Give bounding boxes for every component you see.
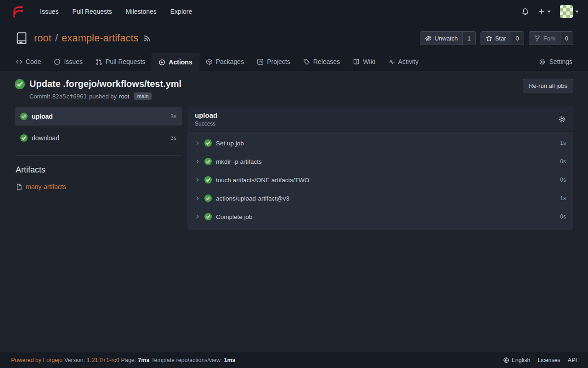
success-check-icon	[204, 176, 212, 184]
play-circle-icon	[158, 59, 165, 66]
success-check-icon	[204, 195, 212, 202]
job-name: upload	[32, 113, 53, 120]
tab-projects[interactable]: Projects	[250, 52, 297, 71]
nav-link-explore[interactable]: Explore	[164, 0, 199, 23]
step-duration: 0s	[560, 213, 566, 220]
step-row-touch[interactable]: touch artifacts/ONE artifacts/TWO 0s	[187, 171, 573, 189]
step-label: mkdir -p artifacts	[216, 158, 262, 165]
issue-circle-icon	[54, 58, 61, 65]
success-check-icon	[204, 139, 212, 147]
job-name: download	[32, 134, 59, 142]
commit-author-link[interactable]: root	[119, 93, 129, 100]
package-icon	[206, 58, 213, 65]
step-row-upload-artifact[interactable]: actions/upload-artifact@v3 1s	[187, 189, 573, 207]
notifications-bell-icon[interactable]	[521, 8, 529, 16]
repo-name-link[interactable]: example-artifacts	[62, 32, 139, 44]
branch-badge[interactable]: main	[134, 92, 152, 100]
licenses-link[interactable]: Licenses	[538, 357, 560, 363]
breadcrumb-separator: /	[55, 32, 58, 44]
create-new-menu[interactable]	[538, 8, 551, 15]
version-link[interactable]: 1.21.0+1-rc0	[87, 357, 119, 363]
user-avatar	[560, 5, 573, 18]
pulse-icon	[388, 58, 395, 65]
forgejo-logo-icon[interactable]	[11, 5, 25, 18]
tab-actions[interactable]: Actions	[152, 53, 199, 71]
rss-icon[interactable]	[143, 34, 151, 42]
api-link[interactable]: API	[568, 357, 577, 363]
tab-pull-requests[interactable]: Pull Requests	[89, 52, 152, 71]
job-item-upload[interactable]: upload 3s	[15, 107, 182, 126]
plus-icon	[538, 8, 545, 15]
pull-request-icon	[96, 58, 102, 65]
tab-packages[interactable]: Packages	[199, 52, 250, 71]
chevron-right-icon	[195, 140, 200, 146]
star-count[interactable]: 0	[511, 31, 524, 45]
star-button[interactable]: Star	[481, 31, 511, 45]
tab-settings[interactable]: Settings	[532, 52, 579, 71]
fork-count[interactable]: 0	[560, 31, 573, 45]
rerun-all-jobs-button[interactable]: Re-run all jobs	[523, 79, 573, 92]
job-item-download[interactable]: download 3s	[15, 129, 182, 147]
code-icon	[16, 58, 23, 65]
project-board-icon	[257, 58, 264, 65]
navbar-links: Issues Pull Requests Milestones Explore	[33, 0, 199, 23]
version-label: Version:	[64, 357, 85, 363]
step-label: Complete job	[216, 213, 253, 220]
job-detail-panel: upload Success Set up job 1s mkdir -p	[187, 107, 573, 230]
fork-icon	[534, 35, 541, 42]
commit-sha-link[interactable]: 82a5cf6961	[52, 93, 87, 100]
artifact-link-many-artifacts[interactable]: many-artifacts	[16, 183, 182, 190]
tab-issues[interactable]: Issues	[47, 52, 89, 71]
nav-link-milestones[interactable]: Milestones	[119, 0, 164, 23]
step-row-complete-job[interactable]: Complete job 0s	[187, 207, 573, 226]
globe-icon	[503, 357, 509, 363]
chevron-down-icon	[547, 11, 551, 13]
success-check-icon	[20, 113, 28, 120]
template-time-value: 1ms	[224, 357, 236, 363]
book-icon	[353, 58, 360, 65]
unwatch-button[interactable]: Unwatch	[420, 31, 463, 45]
navbar-right	[521, 5, 579, 18]
nav-link-pull-requests[interactable]: Pull Requests	[65, 0, 119, 23]
actions-run-view: Update .forgejo/workflows/test.yml Commi…	[0, 71, 588, 230]
step-duration: 0s	[560, 158, 566, 165]
step-label: Set up job	[216, 140, 244, 147]
repo-owner-link[interactable]: root	[34, 32, 51, 44]
chevron-right-icon	[195, 159, 200, 164]
tab-activity[interactable]: Activity	[382, 52, 425, 71]
fork-button[interactable]: Fork	[529, 31, 560, 45]
watch-count[interactable]: 1	[463, 31, 475, 45]
repo-tabs: Code Issues Pull Requests Actions Packag…	[0, 52, 588, 71]
step-row-mkdir[interactable]: mkdir -p artifacts 0s	[187, 152, 573, 171]
tab-wiki[interactable]: Wiki	[346, 52, 381, 71]
repo-breadcrumb: root / example-artifacts	[34, 32, 139, 44]
tab-releases[interactable]: Releases	[297, 52, 346, 71]
chevron-right-icon	[195, 214, 200, 219]
powered-by-link[interactable]: Powered by Forgejo	[11, 357, 62, 363]
job-steps-list: Set up job 1s mkdir -p artifacts 0s touc…	[187, 132, 573, 230]
artifacts-heading: Artifacts	[16, 165, 182, 175]
success-check-icon	[204, 213, 212, 220]
repo-header: root / example-artifacts Unwatch	[0, 23, 588, 71]
job-detail-header: upload Success	[187, 107, 573, 132]
language-selector[interactable]: English	[503, 357, 531, 363]
step-label: touch artifacts/ONE artifacts/TWO	[216, 177, 309, 184]
success-check-icon	[20, 134, 28, 142]
star-icon	[486, 35, 492, 42]
job-duration: 3s	[170, 113, 176, 120]
top-navbar: Issues Pull Requests Milestones Explore	[0, 0, 588, 23]
page-time-value: 7ms	[138, 357, 149, 363]
footer: Powered by Forgejo Version: 1.21.0+1-rc0…	[0, 352, 588, 368]
jobs-sidebar: upload 3s download 3s Artifacts many-art…	[15, 107, 182, 190]
repo-icon	[15, 31, 28, 45]
eye-slash-icon	[425, 35, 432, 42]
run-title: Update .forgejo/workflows/test.yml	[29, 79, 181, 89]
tab-code[interactable]: Code	[9, 52, 47, 71]
job-options-gear-icon[interactable]	[558, 115, 566, 123]
tag-icon	[303, 58, 310, 65]
nav-link-issues[interactable]: Issues	[33, 0, 65, 23]
step-label: actions/upload-artifact@v3	[216, 195, 289, 202]
watch-button-group: Unwatch 1	[420, 31, 476, 45]
user-menu[interactable]	[560, 5, 579, 18]
step-row-setup-job[interactable]: Set up job 1s	[187, 134, 573, 152]
